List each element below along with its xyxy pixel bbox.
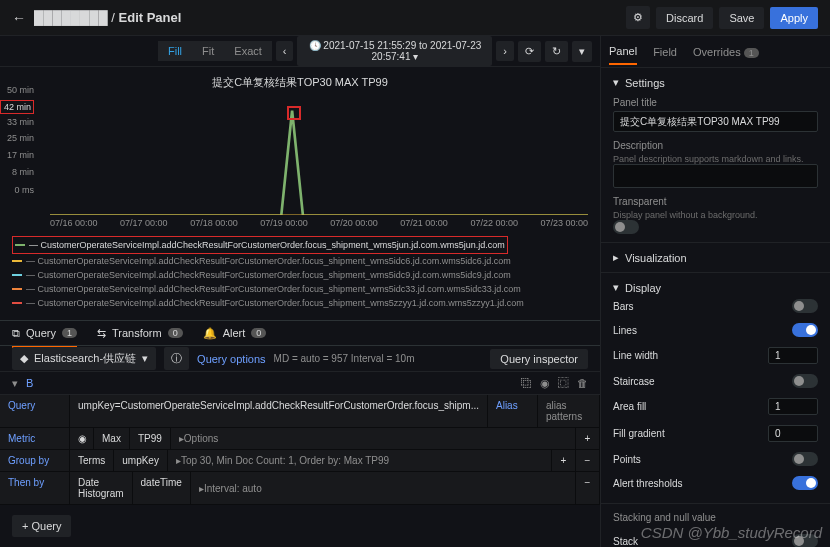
stack-toggle[interactable] [792,534,818,547]
groupby-label: Group by [0,450,70,471]
thenby-field[interactable]: dateTime [133,472,191,504]
datasource-select[interactable]: ◆ Elasticsearch-供应链 ▾ [12,347,156,370]
query-input[interactable]: umpKey=CustomerOperateServiceImpl.addChe… [70,395,488,427]
legend-item[interactable]: — CustomerOperateServiceImpl.addCheckRes… [12,282,588,296]
spike-highlight [287,106,301,120]
legend-item[interactable]: — CustomerOperateServiceImpl.addCheckRes… [12,268,588,282]
tab-alert[interactable]: 🔔 Alert 0 [203,327,267,340]
exact-button[interactable]: Exact [224,41,272,61]
fit-button[interactable]: Fit [192,41,224,61]
metric-agg[interactable]: Max [94,428,130,449]
fill-button[interactable]: Fill [158,41,192,61]
collapse-icon[interactable]: ▾ [12,377,18,390]
thenby-options[interactable]: ▸ Interval: auto [191,472,576,504]
staircase-toggle[interactable] [792,374,818,388]
eye-icon[interactable]: ◉ [540,377,550,390]
panel-title-input[interactable] [613,111,818,132]
areafill-label: Area fill [613,401,646,412]
lines-toggle[interactable] [792,323,818,337]
copy-icon[interactable]: ⿴ [558,377,569,390]
lines-label: Lines [613,325,637,336]
page-title: Edit Panel [119,10,182,25]
settings-icon[interactable]: ⚙ [626,6,650,29]
groupby-agg[interactable]: Terms [70,450,114,471]
query-inspector-button[interactable]: Query inspector [490,349,588,369]
desc-label: Description [613,140,818,151]
breadcrumb: ████████ / Edit Panel [34,10,620,25]
display-section[interactable]: ▾ Display [613,281,818,294]
legend-item[interactable]: — CustomerOperateServiceImpl.addCheckRes… [12,236,508,254]
staircase-label: Staircase [613,376,655,387]
chevron-left-icon[interactable]: ‹ [276,41,294,61]
desc-input[interactable] [613,164,818,188]
metric-options[interactable]: ▸ Options [171,428,576,449]
alias-input[interactable]: alias patterns [538,395,600,427]
trash-icon[interactable]: 🗑 [577,377,588,390]
fillgrad-label: Fill gradient [613,428,665,439]
desc-hint: Panel description supports markdown and … [613,154,818,164]
linewidth-input[interactable] [768,347,818,364]
stacking-head: Stacking and null value [613,512,818,523]
points-label: Points [613,454,641,465]
legend-item[interactable]: — CustomerOperateServiceImpl.addCheckRes… [12,254,588,268]
viz-section[interactable]: ▸ Visualization [613,251,818,264]
add-query-button[interactable]: + Query [12,515,71,537]
remove-then-icon[interactable]: − [576,472,600,504]
metric-field[interactable]: TP99 [130,428,171,449]
tab-transform[interactable]: ⇆ Transform 0 [97,327,183,340]
chevron-right-icon[interactable]: › [496,41,514,61]
bars-toggle[interactable] [792,299,818,313]
add-metric-icon[interactable]: + [576,428,600,449]
query-label: Query [0,395,70,427]
tab-field[interactable]: Field [653,40,677,64]
fillgrad-input[interactable] [768,425,818,442]
stack-label: Stack [613,536,638,547]
metric-label: Metric [0,428,70,449]
legend: — CustomerOperateServiceImpl.addCheckRes… [0,232,600,314]
linewidth-label: Line width [613,350,658,361]
transparent-toggle[interactable] [613,220,639,234]
back-arrow-icon[interactable]: ← [12,10,26,26]
refresh-interval[interactable]: ▾ [572,41,592,62]
breadcrumb-prefix: ████████ / [34,10,119,25]
alert-label: Alert thresholds [613,478,682,489]
apply-button[interactable]: Apply [770,7,818,29]
thenby-label: Then by [0,472,70,504]
alert-toggle[interactable] [792,476,818,490]
x-axis: 07/16 00:0007/17 00:0007/18 00:0007/19 0… [50,218,588,228]
legend-item[interactable]: — CustomerOperateServiceImpl.addCheckRes… [12,296,588,310]
transparent-hint: Display panel without a background. [613,210,818,220]
points-toggle[interactable] [792,452,818,466]
time-range-text: 2021-07-15 21:55:29 to 2021-07-23 20:57:… [323,40,481,62]
eye-toggle-icon[interactable]: ◉ [70,428,94,449]
transparent-label: Transparent [613,196,818,207]
datasource-help-icon[interactable]: ⓘ [164,347,189,370]
tab-panel[interactable]: Panel [609,39,637,65]
areafill-input[interactable] [768,398,818,415]
tab-query[interactable]: ⧉ Query 1 [12,327,77,348]
discard-button[interactable]: Discard [656,7,713,29]
query-meta: MD = auto = 957 Interval = 10m [274,353,415,364]
remove-group-icon[interactable]: − [576,450,600,471]
save-button[interactable]: Save [719,7,764,29]
query-options[interactable]: Query options [197,353,265,365]
groupby-options[interactable]: ▸ Top 30, Min Doc Count: 1, Order by: Ma… [168,450,552,471]
groupby-field[interactable]: umpKey [114,450,168,471]
tab-overrides[interactable]: Overrides 1 [693,40,759,64]
time-range[interactable]: 🕓 2021-07-15 21:55:29 to 2021-07-23 20:5… [297,36,492,66]
chart[interactable] [50,96,588,216]
zoom-out-icon[interactable]: ⟳ [518,41,541,62]
query-letter[interactable]: B [26,377,33,389]
bars-label: Bars [613,301,634,312]
refresh-icon[interactable]: ↻ [545,41,568,62]
alias-label: Alias [488,395,538,427]
thenby-agg[interactable]: Date Histogram [70,472,133,504]
duplicate-icon[interactable]: ⿻ [521,377,532,390]
panel-title-label: Panel title [613,97,818,108]
chart-title: 提交C单复核结果TOP30 MAX TP99 [12,75,588,90]
settings-section[interactable]: ▾ Settings [613,76,818,89]
add-group-icon[interactable]: + [552,450,576,471]
